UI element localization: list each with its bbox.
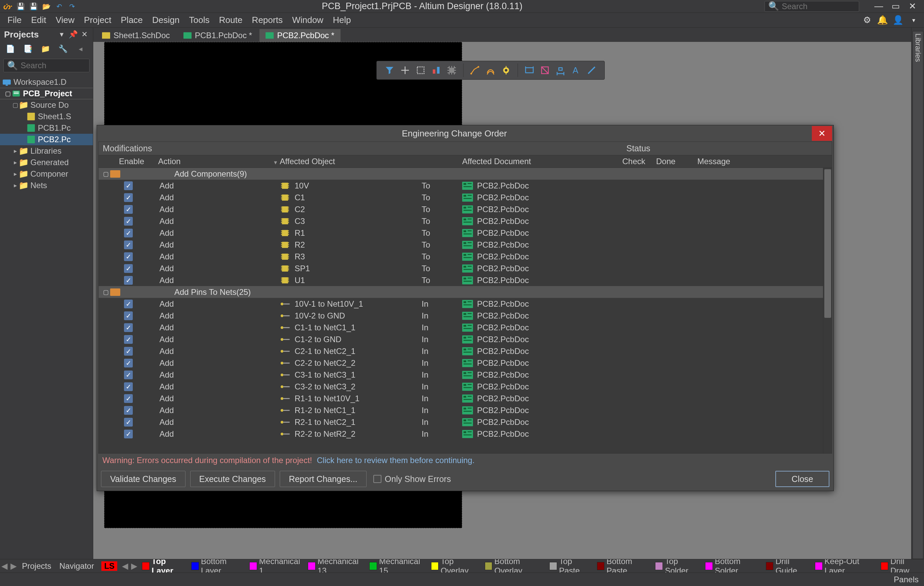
layer-scroll-left-icon[interactable]: ◀ bbox=[120, 561, 130, 571]
eco-row[interactable]: ✓ Add R3 To PCB2.PcbDoc bbox=[99, 250, 823, 262]
eco-row[interactable]: ✓ Add C3 To PCB2.PcbDoc bbox=[99, 215, 823, 227]
enable-checkbox[interactable]: ✓ bbox=[124, 406, 133, 415]
eco-row[interactable]: ✓ Add C1-1 to NetC1_1 In PCB2.PcbDoc bbox=[99, 321, 823, 333]
dimension-icon[interactable] bbox=[522, 63, 537, 78]
enable-checkbox[interactable]: ✓ bbox=[124, 311, 133, 320]
enable-checkbox[interactable]: ✓ bbox=[124, 323, 133, 332]
global-search-input[interactable] bbox=[782, 2, 855, 11]
eco-row[interactable]: ✓ Add C2-1 to NetC2_1 In PCB2.PcbDoc bbox=[99, 345, 823, 357]
expand-icon[interactable]: ▸ bbox=[12, 182, 19, 189]
eco-close-button[interactable]: ✕ bbox=[812, 126, 832, 141]
enable-checkbox[interactable]: ✓ bbox=[124, 181, 133, 190]
menu-tools[interactable]: Tools bbox=[185, 13, 214, 27]
col-affected-document[interactable]: Affected Document bbox=[462, 157, 622, 166]
component-icon[interactable] bbox=[444, 63, 459, 78]
eco-warning-link[interactable]: Click here to review them before continu… bbox=[317, 456, 475, 465]
layer-tab[interactable]: Bottom Solder bbox=[702, 559, 762, 573]
menu-window[interactable]: Window bbox=[287, 13, 328, 27]
col-check[interactable]: Check bbox=[622, 157, 656, 166]
tree-folder[interactable]: ▸ 📁 Libraries bbox=[0, 145, 93, 157]
pcb-canvas[interactable]: A Engineering Change Order ✕ Modificatio… bbox=[93, 42, 911, 559]
tree-source-documents[interactable]: ▢ 📁 Source Do bbox=[0, 99, 93, 111]
eco-row[interactable]: ✓ Add R1 To PCB2.PcbDoc bbox=[99, 227, 823, 239]
enable-checkbox[interactable]: ✓ bbox=[124, 252, 133, 261]
eco-row[interactable]: ✓ Add C1 To PCB2.PcbDoc bbox=[99, 191, 823, 203]
enable-checkbox[interactable]: ✓ bbox=[124, 430, 133, 438]
enable-checkbox[interactable]: ✓ bbox=[124, 300, 133, 308]
enable-checkbox[interactable]: ✓ bbox=[124, 394, 133, 403]
expand-icon[interactable]: ▸ bbox=[12, 170, 19, 178]
projects-search-input[interactable] bbox=[21, 61, 86, 70]
scroll-left-icon[interactable]: ◀ bbox=[0, 561, 9, 571]
menu-help[interactable]: Help bbox=[328, 13, 355, 27]
eco-scrollbar[interactable] bbox=[823, 168, 832, 453]
redo-icon[interactable]: ↷ bbox=[67, 2, 77, 12]
eco-row[interactable]: ✓ Add 10V-2 to GND In PCB2.PcbDoc bbox=[99, 310, 823, 321]
user-icon[interactable]: 👤 bbox=[892, 15, 904, 26]
save-all-icon[interactable]: 💾 bbox=[28, 2, 38, 12]
layer-scroll-right-icon[interactable]: ▶ bbox=[130, 561, 139, 571]
document-tab[interactable]: PCB2.PcbDoc * bbox=[259, 29, 340, 42]
eco-row[interactable]: ✓ Add R2 To PCB2.PcbDoc bbox=[99, 239, 823, 250]
enable-checkbox[interactable]: ✓ bbox=[124, 382, 133, 391]
layer-tab[interactable]: Top Solder bbox=[652, 559, 701, 573]
close-window-button[interactable]: ✕ bbox=[908, 1, 917, 12]
filter-icon[interactable] bbox=[382, 63, 397, 78]
menu-reports[interactable]: Reports bbox=[247, 13, 287, 27]
enable-checkbox[interactable]: ✓ bbox=[124, 229, 133, 237]
collapse-icon[interactable]: ▢ bbox=[99, 288, 110, 296]
line-icon[interactable] bbox=[584, 63, 599, 78]
text-icon[interactable]: A bbox=[569, 63, 584, 78]
project-new-icon[interactable]: 📄 bbox=[4, 43, 16, 55]
layer-set-button[interactable]: LS bbox=[101, 561, 117, 571]
tree-document[interactable]: PCB1.Pc bbox=[0, 122, 93, 134]
document-tab[interactable]: Sheet1.SchDoc bbox=[96, 29, 176, 42]
eco-group-row[interactable]: ▢ Add Components(9) bbox=[99, 168, 823, 180]
undo-icon[interactable]: ↶ bbox=[54, 2, 64, 12]
enable-checkbox[interactable]: ✓ bbox=[124, 347, 133, 356]
minimize-button[interactable]: ― bbox=[874, 1, 883, 12]
save-icon[interactable]: 💾 bbox=[16, 2, 26, 12]
enable-checkbox[interactable]: ✓ bbox=[124, 359, 133, 367]
menu-project[interactable]: Project bbox=[79, 13, 116, 27]
enable-checkbox[interactable]: ✓ bbox=[124, 264, 133, 273]
select-rect-icon[interactable] bbox=[413, 63, 428, 78]
open-icon[interactable]: 📂 bbox=[41, 2, 51, 12]
eco-row[interactable]: ✓ Add U1 To PCB2.PcbDoc bbox=[99, 274, 823, 286]
tree-project[interactable]: ▢ PCB_Project bbox=[0, 88, 93, 99]
via-icon[interactable] bbox=[499, 63, 513, 78]
panel-menu-icon[interactable]: ▾ bbox=[57, 30, 66, 39]
route-icon[interactable] bbox=[468, 63, 482, 78]
expand-icon[interactable]: ▸ bbox=[12, 159, 19, 166]
close-button[interactable]: Close bbox=[776, 471, 829, 487]
polygon-icon[interactable] bbox=[538, 63, 553, 78]
settings-icon[interactable]: ⚙ bbox=[861, 15, 873, 26]
eco-row[interactable]: ✓ Add C3-1 to NetC3_1 In PCB2.PcbDoc bbox=[99, 369, 823, 381]
menu-file[interactable]: File bbox=[3, 13, 26, 27]
eco-row[interactable]: ✓ Add R2-2 to NetR2_2 In PCB2.PcbDoc bbox=[99, 428, 823, 440]
eco-titlebar[interactable]: Engineering Change Order ✕ bbox=[97, 125, 833, 142]
col-action[interactable]: Action▾ bbox=[158, 157, 280, 166]
scrollbar-thumb[interactable] bbox=[824, 169, 831, 318]
enable-checkbox[interactable]: ✓ bbox=[124, 335, 133, 344]
eco-row[interactable]: ✓ Add 10V To PCB2.PcbDoc bbox=[99, 180, 823, 191]
scroll-right-icon[interactable]: ▶ bbox=[9, 561, 18, 571]
tree-folder[interactable]: ▸ 📁 Generated bbox=[0, 157, 93, 168]
panel-tab-navigator[interactable]: Navigator bbox=[55, 561, 98, 571]
menu-place[interactable]: Place bbox=[116, 13, 148, 27]
libraries-tab[interactable]: Libraries bbox=[912, 31, 923, 559]
menu-edit[interactable]: Edit bbox=[26, 13, 51, 27]
diff-pair-route-icon[interactable] bbox=[483, 63, 498, 78]
col-enable[interactable]: Enable bbox=[99, 157, 158, 166]
eco-row[interactable]: ✓ Add C3-2 to NetC3_2 In PCB2.PcbDoc bbox=[99, 381, 823, 392]
document-tab[interactable]: PCB1.PcbDoc * bbox=[177, 29, 258, 42]
col-done[interactable]: Done bbox=[656, 157, 693, 166]
eco-row[interactable]: ✓ Add R2-1 to NetC2_1 In PCB2.PcbDoc bbox=[99, 416, 823, 428]
eco-row[interactable]: ✓ Add R1-2 to NetC1_1 In PCB2.PcbDoc bbox=[99, 404, 823, 416]
enable-checkbox[interactable]: ✓ bbox=[124, 276, 133, 285]
validate-changes-button[interactable]: Validate Changes bbox=[101, 471, 185, 487]
col-affected-object[interactable]: Affected Object bbox=[280, 157, 422, 166]
project-settings-icon[interactable]: 🔧 bbox=[57, 43, 69, 55]
align-icon[interactable] bbox=[429, 63, 444, 78]
eco-row[interactable]: ✓ Add C1-2 to GND In PCB2.PcbDoc bbox=[99, 333, 823, 345]
